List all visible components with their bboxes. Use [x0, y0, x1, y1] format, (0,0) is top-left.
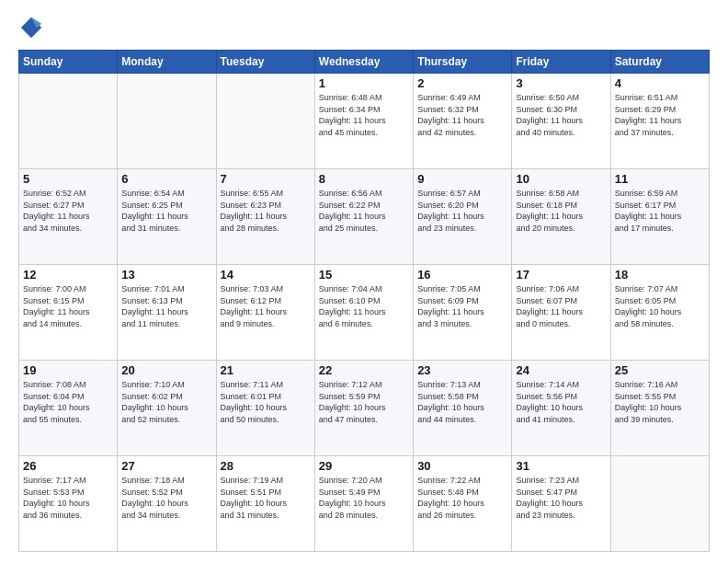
calendar-day-header: Thursday — [414, 51, 512, 74]
day-number: 20 — [121, 363, 211, 377]
day-number: 26 — [23, 459, 113, 473]
calendar-cell: 6Sunrise: 6:54 AM Sunset: 6:25 PM Daylig… — [118, 169, 216, 265]
calendar-cell — [19, 74, 118, 169]
day-number: 28 — [221, 459, 311, 473]
calendar-day-header: Saturday — [610, 51, 709, 74]
day-info: Sunrise: 7:20 AM Sunset: 5:49 PM Dayligh… — [319, 475, 409, 521]
svg-marker-0 — [21, 17, 41, 38]
calendar-week-row: 1Sunrise: 6:48 AM Sunset: 6:34 PM Daylig… — [19, 74, 710, 169]
day-number: 7 — [221, 172, 311, 186]
calendar-cell: 24Sunrise: 7:14 AM Sunset: 5:56 PM Dayli… — [512, 361, 610, 456]
day-info: Sunrise: 7:14 AM Sunset: 5:56 PM Dayligh… — [516, 379, 606, 425]
day-info: Sunrise: 6:48 AM Sunset: 6:34 PM Dayligh… — [319, 92, 409, 138]
calendar-cell: 25Sunrise: 7:16 AM Sunset: 5:55 PM Dayli… — [610, 361, 709, 456]
calendar-cell: 18Sunrise: 7:07 AM Sunset: 6:05 PM Dayli… — [610, 265, 709, 361]
calendar-day-header: Wednesday — [314, 51, 413, 74]
calendar-cell: 10Sunrise: 6:58 AM Sunset: 6:18 PM Dayli… — [512, 169, 610, 265]
day-number: 5 — [23, 172, 113, 186]
day-info: Sunrise: 7:16 AM Sunset: 5:55 PM Dayligh… — [615, 379, 705, 425]
day-info: Sunrise: 6:57 AM Sunset: 6:20 PM Dayligh… — [417, 188, 507, 234]
calendar-cell: 27Sunrise: 7:18 AM Sunset: 5:52 PM Dayli… — [118, 456, 216, 552]
day-info: Sunrise: 7:01 AM Sunset: 6:13 PM Dayligh… — [121, 283, 211, 329]
day-number: 8 — [319, 172, 409, 186]
calendar-cell: 8Sunrise: 6:56 AM Sunset: 6:22 PM Daylig… — [314, 169, 413, 265]
calendar-cell: 16Sunrise: 7:05 AM Sunset: 6:09 PM Dayli… — [414, 265, 512, 361]
calendar-cell — [118, 74, 216, 169]
day-number: 10 — [516, 172, 606, 186]
day-number: 3 — [516, 76, 606, 90]
calendar-cell: 4Sunrise: 6:51 AM Sunset: 6:29 PM Daylig… — [610, 74, 709, 169]
day-info: Sunrise: 7:13 AM Sunset: 5:58 PM Dayligh… — [417, 379, 507, 425]
day-info: Sunrise: 6:54 AM Sunset: 6:25 PM Dayligh… — [121, 188, 211, 234]
calendar-week-row: 26Sunrise: 7:17 AM Sunset: 5:53 PM Dayli… — [19, 456, 710, 552]
day-number: 24 — [516, 363, 606, 377]
calendar-cell: 22Sunrise: 7:12 AM Sunset: 5:59 PM Dayli… — [314, 361, 413, 456]
calendar-cell — [216, 74, 314, 169]
day-number: 15 — [319, 268, 409, 282]
calendar-cell: 30Sunrise: 7:22 AM Sunset: 5:48 PM Dayli… — [414, 456, 512, 552]
day-info: Sunrise: 6:49 AM Sunset: 6:32 PM Dayligh… — [417, 92, 507, 138]
day-info: Sunrise: 6:59 AM Sunset: 6:17 PM Dayligh… — [615, 188, 705, 234]
calendar-cell — [610, 456, 709, 552]
calendar-cell: 15Sunrise: 7:04 AM Sunset: 6:10 PM Dayli… — [314, 265, 413, 361]
day-number: 21 — [221, 363, 311, 377]
calendar-cell: 3Sunrise: 6:50 AM Sunset: 6:30 PM Daylig… — [512, 74, 610, 169]
day-number: 29 — [319, 459, 409, 473]
calendar-cell: 1Sunrise: 6:48 AM Sunset: 6:34 PM Daylig… — [314, 74, 413, 169]
day-number: 16 — [417, 268, 507, 282]
calendar-day-header: Sunday — [19, 51, 118, 74]
day-info: Sunrise: 6:56 AM Sunset: 6:22 PM Dayligh… — [319, 188, 409, 234]
day-info: Sunrise: 7:00 AM Sunset: 6:15 PM Dayligh… — [23, 283, 113, 329]
day-info: Sunrise: 7:11 AM Sunset: 6:01 PM Dayligh… — [221, 379, 311, 425]
calendar-day-header: Friday — [512, 51, 610, 74]
calendar-cell: 28Sunrise: 7:19 AM Sunset: 5:51 PM Dayli… — [216, 456, 314, 552]
day-number: 22 — [319, 363, 409, 377]
calendar-cell: 17Sunrise: 7:06 AM Sunset: 6:07 PM Dayli… — [512, 265, 610, 361]
day-number: 19 — [23, 363, 113, 377]
day-info: Sunrise: 6:51 AM Sunset: 6:29 PM Dayligh… — [615, 92, 705, 138]
day-number: 11 — [615, 172, 705, 186]
calendar-table: SundayMondayTuesdayWednesdayThursdayFrid… — [18, 50, 710, 552]
calendar-cell: 21Sunrise: 7:11 AM Sunset: 6:01 PM Dayli… — [216, 361, 314, 456]
day-number: 30 — [417, 459, 507, 473]
calendar-cell: 7Sunrise: 6:55 AM Sunset: 6:23 PM Daylig… — [216, 169, 314, 265]
day-info: Sunrise: 7:12 AM Sunset: 5:59 PM Dayligh… — [319, 379, 409, 425]
day-number: 13 — [121, 268, 211, 282]
calendar-week-row: 12Sunrise: 7:00 AM Sunset: 6:15 PM Dayli… — [19, 265, 710, 361]
day-info: Sunrise: 7:06 AM Sunset: 6:07 PM Dayligh… — [516, 283, 606, 329]
logo-icon — [18, 15, 44, 40]
calendar-cell: 19Sunrise: 7:08 AM Sunset: 6:04 PM Dayli… — [19, 361, 118, 456]
day-number: 9 — [417, 172, 507, 186]
day-info: Sunrise: 7:07 AM Sunset: 6:05 PM Dayligh… — [615, 283, 705, 329]
day-info: Sunrise: 7:03 AM Sunset: 6:12 PM Dayligh… — [221, 283, 311, 329]
page: SundayMondayTuesdayWednesdayThursdayFrid… — [0, 0, 728, 563]
calendar-week-row: 5Sunrise: 6:52 AM Sunset: 6:27 PM Daylig… — [19, 169, 710, 265]
day-number: 2 — [417, 76, 507, 90]
day-number: 23 — [417, 363, 507, 377]
day-info: Sunrise: 6:55 AM Sunset: 6:23 PM Dayligh… — [221, 188, 311, 234]
day-info: Sunrise: 7:22 AM Sunset: 5:48 PM Dayligh… — [417, 475, 507, 521]
day-info: Sunrise: 7:04 AM Sunset: 6:10 PM Dayligh… — [319, 283, 409, 329]
day-info: Sunrise: 7:10 AM Sunset: 6:02 PM Dayligh… — [121, 379, 211, 425]
day-info: Sunrise: 7:19 AM Sunset: 5:51 PM Dayligh… — [221, 475, 311, 521]
day-number: 18 — [615, 268, 705, 282]
day-info: Sunrise: 7:18 AM Sunset: 5:52 PM Dayligh… — [121, 475, 211, 521]
day-number: 17 — [516, 268, 606, 282]
calendar-cell: 23Sunrise: 7:13 AM Sunset: 5:58 PM Dayli… — [414, 361, 512, 456]
day-number: 12 — [23, 268, 113, 282]
calendar-cell: 11Sunrise: 6:59 AM Sunset: 6:17 PM Dayli… — [610, 169, 709, 265]
calendar-cell: 29Sunrise: 7:20 AM Sunset: 5:49 PM Dayli… — [314, 456, 413, 552]
calendar-cell: 14Sunrise: 7:03 AM Sunset: 6:12 PM Dayli… — [216, 265, 314, 361]
calendar-day-header: Tuesday — [216, 51, 314, 74]
day-info: Sunrise: 6:58 AM Sunset: 6:18 PM Dayligh… — [516, 188, 606, 234]
header — [18, 15, 710, 40]
day-number: 6 — [121, 172, 211, 186]
day-info: Sunrise: 6:50 AM Sunset: 6:30 PM Dayligh… — [516, 92, 606, 138]
calendar-cell: 31Sunrise: 7:23 AM Sunset: 5:47 PM Dayli… — [512, 456, 610, 552]
day-info: Sunrise: 6:52 AM Sunset: 6:27 PM Dayligh… — [23, 188, 113, 234]
day-info: Sunrise: 7:05 AM Sunset: 6:09 PM Dayligh… — [417, 283, 507, 329]
day-info: Sunrise: 7:17 AM Sunset: 5:53 PM Dayligh… — [23, 475, 113, 521]
day-number: 1 — [319, 76, 409, 90]
calendar-cell: 9Sunrise: 6:57 AM Sunset: 6:20 PM Daylig… — [414, 169, 512, 265]
calendar-header-row: SundayMondayTuesdayWednesdayThursdayFrid… — [19, 51, 710, 74]
